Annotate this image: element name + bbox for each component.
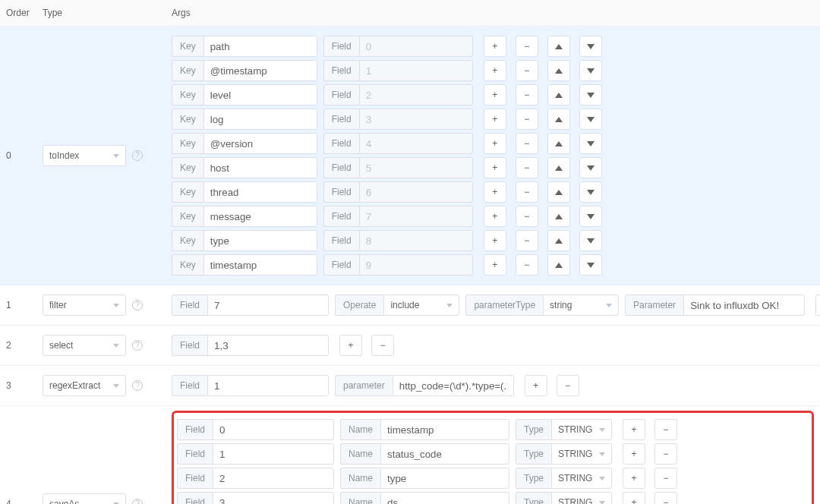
type-select[interactable]: STRING	[551, 492, 612, 504]
add-button[interactable]: +	[623, 419, 645, 440]
field-input[interactable]	[213, 419, 334, 440]
move-up-button[interactable]	[547, 60, 570, 81]
field-input[interactable]	[213, 468, 334, 489]
add-button[interactable]: +	[484, 254, 506, 276]
move-up-button[interactable]	[547, 181, 570, 203]
remove-button[interactable]: −	[654, 443, 677, 465]
remove-button[interactable]: −	[516, 36, 538, 57]
chevron-down-icon	[606, 304, 612, 307]
help-icon[interactable]: ?	[132, 300, 143, 310]
type-select[interactable]: toIndex	[43, 145, 126, 166]
field-label: Field	[172, 295, 207, 316]
help-icon[interactable]: ?	[132, 499, 143, 504]
move-down-button[interactable]	[579, 109, 602, 130]
field-input[interactable]	[207, 295, 329, 316]
move-up-button[interactable]	[547, 109, 570, 130]
type-select[interactable]: STRING	[551, 443, 612, 465]
move-up-button[interactable]	[547, 133, 570, 154]
field-input[interactable]	[207, 375, 329, 396]
remove-button[interactable]: −	[516, 230, 538, 251]
add-button[interactable]: +	[484, 60, 506, 81]
move-down-button[interactable]	[579, 36, 602, 57]
move-up-button[interactable]	[547, 230, 570, 251]
type-label: Type	[516, 492, 551, 504]
paramtype-select[interactable]: string	[543, 295, 619, 316]
remove-button[interactable]: −	[654, 419, 677, 440]
remove-button[interactable]: −	[516, 60, 538, 81]
field-label: Field	[323, 254, 359, 276]
move-up-button[interactable]	[547, 157, 570, 178]
move-down-button[interactable]	[579, 157, 602, 178]
move-down-button[interactable]	[579, 133, 602, 154]
move-up-button[interactable]	[547, 84, 570, 106]
move-down-button[interactable]	[579, 254, 602, 276]
type-select[interactable]: select	[43, 335, 126, 356]
move-down-button[interactable]	[579, 60, 602, 81]
name-input[interactable]	[380, 443, 509, 465]
add-button[interactable]: +	[525, 375, 547, 396]
remove-button[interactable]: −	[654, 492, 677, 504]
move-up-button[interactable]	[547, 254, 570, 276]
key-input[interactable]	[203, 109, 317, 130]
add-button[interactable]: +	[484, 157, 506, 178]
remove-button[interactable]: −	[371, 335, 394, 356]
key-input[interactable]	[203, 230, 317, 251]
move-down-button[interactable]	[579, 206, 602, 227]
remove-button[interactable]: −	[516, 133, 538, 154]
type-select[interactable]: STRING	[551, 468, 612, 489]
remove-button[interactable]: −	[516, 84, 538, 106]
type-select[interactable]: filter	[43, 295, 126, 316]
help-icon[interactable]: ?	[132, 150, 143, 161]
key-input[interactable]	[203, 60, 317, 81]
add-button[interactable]: +	[623, 492, 645, 504]
add-button[interactable]: +	[484, 206, 506, 227]
remove-button[interactable]: −	[557, 375, 579, 396]
add-button[interactable]: +	[484, 181, 506, 203]
move-down-button[interactable]	[579, 84, 602, 106]
move-down-button[interactable]	[579, 230, 602, 251]
help-icon[interactable]: ?	[132, 380, 143, 391]
field-input[interactable]	[213, 492, 334, 504]
key-input[interactable]	[203, 181, 317, 203]
field-input[interactable]	[213, 443, 334, 465]
move-up-button[interactable]	[547, 206, 570, 227]
add-button[interactable]: +	[623, 468, 645, 489]
table-row: 4saveAs?FieldNameTypeSTRING+−FieldNameTy…	[0, 406, 820, 505]
field-label: Field	[172, 335, 207, 356]
remove-button[interactable]: −	[516, 206, 538, 227]
add-button[interactable]: +	[484, 84, 506, 106]
key-input[interactable]	[203, 157, 317, 178]
parameter-input[interactable]	[393, 375, 514, 396]
add-button[interactable]: +	[484, 36, 506, 57]
remove-button[interactable]: −	[516, 254, 538, 276]
add-button[interactable]: +	[815, 295, 820, 316]
key-input[interactable]	[203, 36, 317, 57]
type-select[interactable]: STRING	[551, 419, 612, 440]
add-button[interactable]: +	[484, 109, 506, 130]
name-input[interactable]	[380, 468, 509, 489]
name-input[interactable]	[380, 419, 509, 440]
add-button[interactable]: +	[339, 335, 362, 356]
name-input[interactable]	[380, 492, 509, 504]
order-cell: 3	[0, 366, 36, 406]
add-button[interactable]: +	[484, 133, 506, 154]
type-select[interactable]: regexExtract	[43, 375, 126, 396]
key-input[interactable]	[203, 84, 317, 106]
operate-select[interactable]: include	[383, 295, 459, 316]
remove-button[interactable]: −	[516, 109, 538, 130]
help-icon[interactable]: ?	[132, 340, 143, 351]
field-label: Field	[323, 206, 359, 227]
move-up-button[interactable]	[547, 36, 570, 57]
remove-button[interactable]: −	[654, 468, 677, 489]
field-input[interactable]	[207, 335, 329, 356]
key-input[interactable]	[203, 206, 317, 227]
key-input[interactable]	[203, 133, 317, 154]
type-select[interactable]: saveAs	[43, 493, 126, 504]
move-down-button[interactable]	[579, 181, 602, 203]
key-input[interactable]	[203, 254, 317, 276]
remove-button[interactable]: −	[516, 157, 538, 178]
add-button[interactable]: +	[623, 443, 645, 465]
parameter-input[interactable]	[683, 295, 805, 316]
add-button[interactable]: +	[484, 230, 506, 251]
remove-button[interactable]: −	[516, 181, 538, 203]
